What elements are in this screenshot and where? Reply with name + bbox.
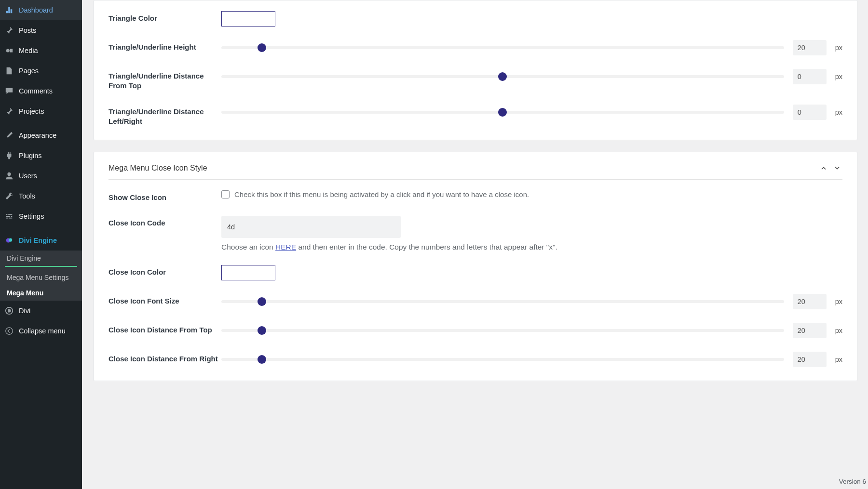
label-close-icon-color: Close Icon Color: [108, 265, 221, 277]
pin-icon: [4, 106, 14, 117]
sidebar-item-label: Divi Engine: [19, 237, 57, 244]
sidebar-item-comments[interactable]: Comments: [0, 81, 82, 101]
close-icon-code-help: Choose an icon HERE and then enter in th…: [221, 243, 842, 251]
submenu-item-divi-engine[interactable]: Divi Engine: [0, 251, 82, 266]
row-close-icon-size: Close Icon Font Size px: [108, 294, 842, 309]
row-triangle-dist-lr: Triangle/Underline Distance Left/Right p…: [108, 105, 842, 127]
label-triangle-dist-lr: Triangle/Underline Distance Left/Right: [108, 105, 221, 127]
label-triangle-dist-top: Triangle/Underline Distance From Top: [108, 69, 221, 91]
sidebar-item-collapse[interactable]: Collapse menu: [0, 321, 82, 341]
close-icon-color-input[interactable]: [221, 265, 275, 280]
label-close-icon-size: Close Icon Font Size: [108, 294, 221, 306]
sidebar-item-posts[interactable]: Posts: [0, 20, 82, 40]
sidebar-item-label: Comments: [19, 87, 53, 95]
row-close-icon-color: Close Icon Color: [108, 265, 842, 280]
close-icon-size-input[interactable]: [793, 294, 827, 309]
unit-label: px: [835, 73, 842, 80]
triangle-dist-lr-slider[interactable]: [221, 111, 784, 114]
sidebar-item-users[interactable]: Users: [0, 166, 82, 186]
unit-label: px: [835, 327, 842, 334]
panel-header: Mega Menu Close Icon Style: [108, 152, 842, 180]
admin-sidebar: Dashboard Posts Media Pages Comments Pro…: [0, 0, 82, 489]
slider-thumb[interactable]: [258, 43, 266, 52]
dashboard-icon: [4, 5, 14, 15]
page-icon: [4, 66, 14, 76]
slider-thumb[interactable]: [258, 355, 266, 364]
chevron-down-icon[interactable]: [832, 163, 842, 173]
triangle-dist-top-input[interactable]: [793, 69, 827, 84]
media-icon: [4, 45, 14, 56]
row-show-close-icon: Show Close Icon Check this box if this m…: [108, 190, 842, 202]
row-triangle-dist-top: Triangle/Underline Distance From Top px: [108, 69, 842, 91]
unit-label: px: [835, 44, 842, 52]
slider-thumb[interactable]: [498, 108, 507, 117]
row-triangle-color: Triangle Color: [108, 11, 842, 26]
panel-close-icon-style: Mega Menu Close Icon Style Show Close Ic…: [94, 152, 857, 381]
panel-triangle-style: Triangle Color Triangle/Underline Height…: [94, 0, 857, 140]
close-icon-code-input[interactable]: [221, 216, 401, 238]
sidebar-item-divi[interactable]: Divi: [0, 301, 82, 321]
triangle-dist-lr-input[interactable]: [793, 105, 827, 120]
collapse-icon: [4, 326, 14, 336]
close-icon-size-slider[interactable]: [221, 300, 784, 303]
close-icon-dtop-slider[interactable]: [221, 329, 784, 332]
row-close-icon-code: Close Icon Code Choose an icon HERE and …: [108, 216, 842, 251]
triangle-color-input[interactable]: [221, 11, 275, 26]
close-icon-dright-input[interactable]: [793, 352, 827, 367]
comment-icon: [4, 86, 14, 96]
sidebar-item-label: Collapse menu: [19, 327, 66, 335]
label-close-icon-dright: Close Icon Distance From Right: [108, 352, 221, 364]
row-close-icon-dright: Close Icon Distance From Right px: [108, 352, 842, 367]
sidebar-item-label: Media: [19, 47, 38, 54]
unit-label: px: [835, 356, 842, 363]
sidebar-item-settings[interactable]: Settings: [0, 206, 82, 226]
sidebar-item-label: Dashboard: [19, 6, 53, 14]
slider-thumb[interactable]: [258, 297, 266, 306]
unit-label: px: [835, 298, 842, 305]
sidebar-item-label: Settings: [19, 212, 44, 220]
plug-icon: [4, 150, 14, 161]
sidebar-item-label: Projects: [19, 107, 44, 115]
brush-icon: [4, 130, 14, 141]
row-triangle-height: Triangle/Underline Height px: [108, 40, 842, 55]
slider-thumb[interactable]: [498, 72, 507, 81]
sidebar-item-plugins[interactable]: Plugins: [0, 145, 82, 166]
help-text-post: and then enter in the code. Copy the num…: [296, 243, 557, 251]
close-icon-dright-slider[interactable]: [221, 358, 784, 361]
sidebar-item-appearance[interactable]: Appearance: [0, 125, 82, 145]
main-content: Triangle Color Triangle/Underline Height…: [82, 0, 868, 489]
divi-engine-icon: [4, 235, 14, 246]
slider-thumb[interactable]: [258, 326, 266, 335]
sidebar-item-label: Posts: [19, 26, 36, 34]
help-text-pre: Choose an icon: [221, 243, 275, 251]
show-close-icon-desc: Check this box if this menu is being act…: [234, 190, 529, 198]
label-triangle-color: Triangle Color: [108, 11, 221, 23]
user-icon: [4, 171, 14, 181]
triangle-height-slider[interactable]: [221, 46, 784, 49]
chevron-up-icon[interactable]: [818, 163, 829, 173]
sidebar-item-dashboard[interactable]: Dashboard: [0, 0, 82, 20]
label-close-icon-code: Close Icon Code: [108, 216, 221, 228]
sidebar-item-media[interactable]: Media: [0, 40, 82, 61]
sidebar-item-projects[interactable]: Projects: [0, 101, 82, 121]
triangle-height-input[interactable]: [793, 40, 827, 55]
submenu-item-mega-menu[interactable]: Mega Menu: [0, 285, 82, 301]
sidebar-item-divi-engine[interactable]: Divi Engine: [0, 230, 82, 251]
triangle-dist-top-slider[interactable]: [221, 75, 784, 78]
svg-point-5: [6, 328, 13, 334]
sidebar-item-label: Tools: [19, 192, 35, 200]
sidebar-item-label: Appearance: [19, 132, 56, 139]
sidebar-item-pages[interactable]: Pages: [0, 61, 82, 81]
submenu-item-mega-menu-settings[interactable]: Mega Menu Settings: [0, 270, 82, 285]
submenu-divider: [5, 266, 77, 267]
sidebar-item-label: Users: [19, 172, 37, 180]
close-icon-dtop-input[interactable]: [793, 323, 827, 338]
help-link-here[interactable]: HERE: [275, 243, 296, 251]
show-close-icon-checkbox[interactable]: [221, 190, 230, 198]
panel-title: Mega Menu Close Icon Style: [108, 164, 207, 172]
label-show-close-icon: Show Close Icon: [108, 190, 221, 202]
sidebar-item-tools[interactable]: Tools: [0, 186, 82, 206]
sidebar-item-label: Divi: [19, 307, 30, 315]
row-close-icon-dtop: Close Icon Distance From Top px: [108, 323, 842, 338]
sidebar-item-label: Plugins: [19, 152, 42, 159]
